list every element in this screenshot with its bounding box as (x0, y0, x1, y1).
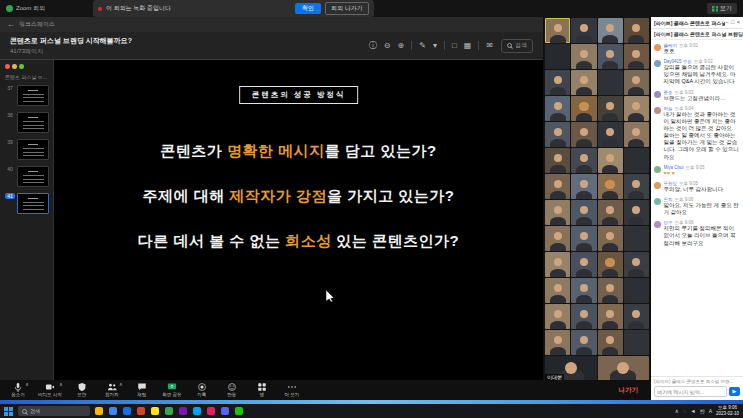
participant-video-tile[interactable] (545, 122, 570, 147)
comment-icon[interactable]: ✉ (486, 42, 493, 50)
participant-video-tile[interactable] (598, 174, 623, 199)
toolbar-video-button[interactable]: ∧비디오 시작 (38, 382, 62, 397)
slide-thumbnail[interactable] (17, 85, 49, 106)
participant-video-tile[interactable] (598, 304, 623, 329)
participant-video-tile[interactable] (571, 226, 596, 251)
participant-video-tile[interactable] (545, 304, 570, 329)
participant-video-tile[interactable]: 이대현 (545, 356, 597, 380)
mac-window-controls[interactable] (5, 64, 49, 69)
participant-video-tile[interactable] (624, 96, 649, 121)
taskbar-app-icon[interactable] (207, 407, 215, 415)
toolbar-smile-button[interactable]: 반응 (222, 382, 242, 397)
participant-video-tile[interactable] (545, 278, 570, 303)
slide-thumbnail[interactable] (17, 139, 49, 160)
participant-video-tile[interactable] (571, 278, 596, 303)
taskbar-search[interactable]: 검색 (18, 406, 90, 416)
toolbar-people-button[interactable]: ∧참가자 (102, 382, 122, 397)
view-button[interactable]: 보기 (707, 3, 737, 14)
frame-icon[interactable]: □ (452, 42, 457, 50)
chevron-up-icon[interactable]: ∧ (119, 382, 123, 387)
chat-minimize-icon[interactable]: – (725, 20, 728, 26)
zoom-out-icon[interactable]: ⊖ (384, 42, 391, 50)
ime-language[interactable]: 한 (700, 408, 705, 414)
fullscreen-icon[interactable] (19, 64, 24, 69)
grid-icon[interactable]: ▦ (464, 42, 472, 50)
participant-video-tile[interactable] (624, 330, 649, 355)
participant-video-tile[interactable] (545, 44, 570, 69)
toolbar-chat-button[interactable]: 채팅 (132, 382, 152, 397)
participant-video-tile[interactable] (571, 304, 596, 329)
participant-video-tile[interactable] (598, 226, 623, 251)
taskbar-app-icon[interactable] (179, 407, 187, 415)
participant-video-tile[interactable] (545, 200, 570, 225)
volume-icon[interactable]: ◄ (690, 408, 695, 414)
taskbar-app-icon[interactable] (193, 407, 201, 415)
participant-video-tile[interactable] (598, 18, 623, 43)
participant-video-tile[interactable] (598, 356, 650, 380)
network-icon[interactable]: ◌ (683, 408, 686, 414)
participant-video-tile[interactable] (571, 174, 596, 199)
participant-video-tile[interactable] (545, 18, 570, 43)
participant-video-tile[interactable] (624, 304, 649, 329)
slide-thumbnail[interactable] (17, 166, 49, 187)
taskbar-clock[interactable]: 오후 9:06 2023-02-10 (716, 405, 739, 416)
participant-video-tile[interactable] (598, 96, 623, 121)
send-button[interactable]: ▶ (729, 387, 740, 396)
participant-video-tile[interactable] (598, 148, 623, 173)
pen-icon[interactable]: ✎ (419, 42, 426, 50)
leave-meeting-button[interactable]: 회의 나가기 (325, 2, 369, 15)
ime-mode[interactable]: A (709, 408, 712, 414)
participant-video-tile[interactable] (571, 122, 596, 147)
toolbar-shield-button[interactable]: 보안 (72, 382, 92, 397)
taskbar-app-icon[interactable] (221, 407, 229, 415)
taskbar-app-icon[interactable] (235, 407, 243, 415)
participant-video-tile[interactable] (624, 122, 649, 147)
taskbar-app-icon[interactable] (151, 407, 159, 415)
participant-video-tile[interactable] (598, 252, 623, 277)
toolbar-record-button[interactable]: 기록 (192, 382, 212, 397)
participant-video-tile[interactable] (571, 252, 596, 277)
close-icon[interactable] (5, 64, 10, 69)
participant-video-tile[interactable] (545, 226, 570, 251)
taskbar-app-icon[interactable] (109, 407, 117, 415)
participant-video-tile[interactable] (598, 278, 623, 303)
taskbar-app-icon[interactable] (137, 407, 145, 415)
viewer-search[interactable]: 검색 (501, 39, 533, 53)
taskbar-app-icon[interactable] (95, 407, 103, 415)
minimize-icon[interactable] (12, 64, 17, 69)
toolbar-more-button[interactable]: 더 보기 (282, 382, 302, 397)
slide-thumbnail[interactable] (17, 112, 49, 133)
participant-video-tile[interactable] (624, 174, 649, 199)
chat-input[interactable] (654, 386, 727, 397)
toolbar-share-button[interactable]: 화면 공유 (162, 382, 182, 397)
participant-video-tile[interactable] (624, 70, 649, 95)
participant-video-tile[interactable] (624, 44, 649, 69)
participant-video-tile[interactable] (624, 226, 649, 251)
participant-video-tile[interactable] (545, 70, 570, 95)
participant-video-tile[interactable] (624, 18, 649, 43)
participant-video-tile[interactable] (598, 200, 623, 225)
caret-icon[interactable]: ▾ (433, 42, 437, 50)
toolbar-apps-button[interactable]: 앱 (252, 382, 272, 397)
participant-video-tile[interactable] (571, 330, 596, 355)
participant-video-tile[interactable] (624, 148, 649, 173)
taskbar-app-icon[interactable] (123, 407, 131, 415)
participant-video-tile[interactable] (598, 330, 623, 355)
chat-message-list[interactable]: 클레어오후 9:02호호Day0415 수진오후 9:02강의를 들으며 궁금한… (651, 40, 743, 376)
chevron-up-icon[interactable]: ∧ (25, 382, 29, 387)
participant-video-tile[interactable] (598, 70, 623, 95)
participant-video-tile[interactable] (624, 278, 649, 303)
taskbar-app-icon[interactable] (165, 407, 173, 415)
participant-video-tile[interactable] (571, 18, 596, 43)
participant-video-tile[interactable] (545, 96, 570, 121)
participant-video-tile[interactable] (545, 148, 570, 173)
back-icon[interactable]: ← (7, 20, 15, 29)
participant-video-tile[interactable] (545, 174, 570, 199)
confirm-button[interactable]: 확인 (295, 3, 321, 14)
participant-video-tile[interactable] (624, 252, 649, 277)
chevron-up-icon[interactable]: ∧ (59, 382, 63, 387)
slide-thumbnail[interactable] (17, 193, 49, 214)
participant-video-tile[interactable] (545, 252, 570, 277)
participant-video-tile[interactable] (598, 44, 623, 69)
participant-video-tile[interactable] (571, 148, 596, 173)
